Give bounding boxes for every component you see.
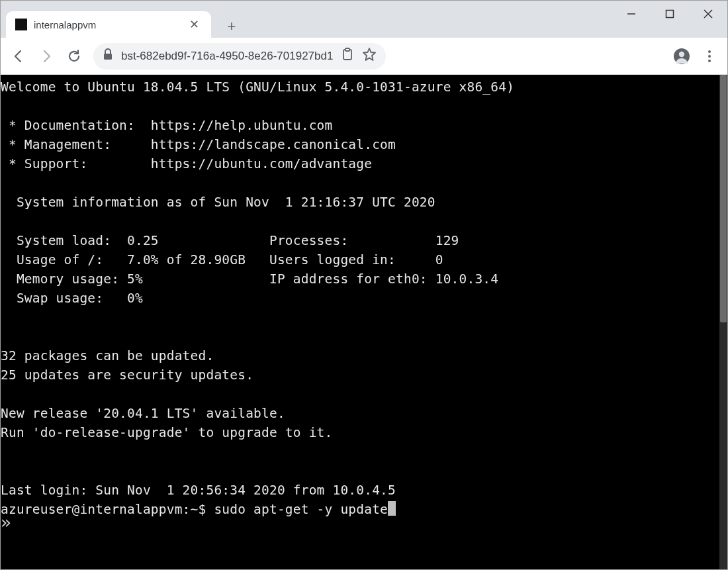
forward-button[interactable] (34, 44, 59, 69)
browser-window: internalappvm ✕ + (0, 0, 728, 570)
back-button[interactable] (6, 44, 31, 69)
new-tab-button[interactable]: + (220, 15, 243, 38)
svg-point-10 (708, 50, 711, 53)
close-window-button[interactable] (689, 1, 727, 27)
browser-tab[interactable]: internalappvm ✕ (6, 11, 211, 38)
reload-button[interactable] (62, 44, 87, 69)
close-tab-button[interactable]: ✕ (187, 16, 202, 33)
content-area: Welcome to Ubuntu 18.04.5 LTS (GNU/Linux… (1, 75, 727, 569)
address-bar[interactable]: bst-682ebd9f-716a-4950-8e26-701927bd1684… (93, 43, 386, 70)
maximize-button[interactable] (651, 1, 689, 27)
svg-point-11 (708, 55, 711, 58)
toolbar: bst-682ebd9f-716a-4950-8e26-701927bd1684… (1, 38, 727, 75)
svg-rect-4 (104, 54, 112, 60)
minimize-button[interactable] (612, 1, 651, 27)
expand-chevrons-icon[interactable]: » (1, 512, 7, 532)
terminal-cursor (388, 501, 396, 516)
profile-button[interactable] (669, 44, 694, 69)
tab-title: internalappvm (34, 19, 187, 30)
favicon (15, 19, 27, 30)
menu-button[interactable] (697, 44, 722, 69)
titlebar: internalappvm ✕ + (1, 1, 727, 38)
window-controls (612, 1, 727, 27)
terminal[interactable]: Welcome to Ubuntu 18.04.5 LTS (GNU/Linux… (1, 75, 719, 569)
lock-icon (103, 48, 113, 64)
tab-strip: internalappvm ✕ + (1, 1, 243, 38)
svg-rect-1 (666, 11, 674, 18)
url-text: bst-682ebd9f-716a-4950-8e26-701927bd1684… (121, 50, 333, 63)
svg-point-9 (679, 51, 684, 56)
svg-marker-7 (363, 48, 375, 60)
vertical-scrollbar[interactable] (719, 75, 727, 569)
svg-rect-6 (345, 48, 349, 51)
clipboard-icon[interactable] (341, 48, 354, 64)
star-icon[interactable] (362, 47, 377, 65)
scrollbar-thumb[interactable] (720, 75, 727, 322)
svg-point-12 (708, 60, 711, 62)
